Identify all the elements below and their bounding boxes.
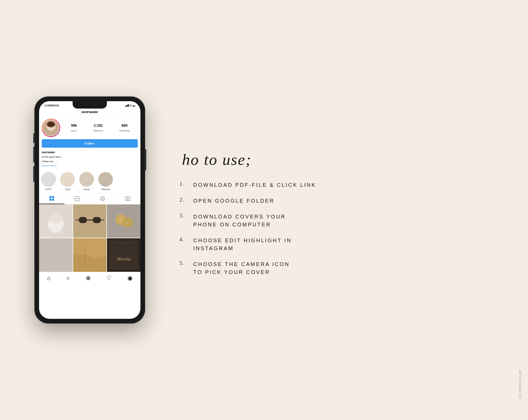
svg-rect-6 — [52, 199, 54, 201]
home-nav-icon[interactable]: ⌂ — [47, 275, 50, 282]
avatar-svg — [43, 120, 59, 136]
page-container: COMPANY ▾ ▬ username — [0, 0, 528, 420]
phone-notch — [73, 101, 107, 109]
reels-icon — [74, 196, 80, 201]
highlights-row: IGTV food travel lifestyle — [39, 170, 140, 193]
search-nav-icon[interactable]: ○ — [66, 275, 70, 282]
grid-cell-3[interactable] — [107, 204, 140, 238]
followers-count: 2.592 — [93, 123, 103, 128]
how-to-title-svg: ho to use; — [180, 144, 306, 173]
signal-bars — [125, 104, 129, 107]
svg-point-43 — [120, 248, 121, 249]
grid-cell-2[interactable] — [73, 204, 107, 238]
profile-avatar-wrap — [42, 119, 60, 137]
svg-text:Marsha: Marsha — [116, 257, 131, 262]
following-count: 809 — [119, 123, 130, 128]
highlight-travel[interactable]: travel — [79, 172, 95, 191]
svg-rect-17 — [93, 217, 101, 223]
ig-bottom-nav: ⌂ ○ ⊕ ♡ ◉ — [39, 272, 140, 286]
step-text-4: CHOOSE EDIT HIGHLIGHT ININSTAGRAM — [193, 236, 292, 252]
svg-rect-5 — [49, 199, 51, 201]
svg-rect-34 — [110, 241, 138, 269]
highlight-circle-travel — [79, 172, 94, 187]
tab-tagged[interactable] — [90, 193, 115, 204]
grid-visual-1 — [39, 204, 73, 238]
status-bar-right: ▾ ▬ — [125, 104, 135, 107]
step-text-2: OPEN GOOGLE FOLDER — [193, 197, 275, 205]
step-item-4: 4. CHOOSE EDIT HIGHLIGHT ININSTAGRAM — [180, 236, 507, 252]
grid-cell-4[interactable] — [39, 238, 73, 272]
marshall-svg: Marsha — [107, 238, 140, 272]
grid-cell-6[interactable]: Marsha — [107, 238, 140, 272]
bio-link[interactable]: rinad.com.ar/ — [42, 163, 138, 168]
grid-cell-1[interactable] — [39, 204, 73, 238]
instructions-section: ho to use; 1. DOWNLOAD PDF-FILE & CLICK … — [158, 144, 507, 276]
grid-visual-4 — [39, 238, 73, 272]
svg-rect-26 — [39, 238, 73, 272]
ig-profile-stats: 996 posts 2.592 followers 809 following — [39, 115, 140, 139]
svg-point-36 — [116, 243, 117, 244]
posts-count: 996 — [71, 123, 77, 128]
highlight-label-food: food — [65, 188, 70, 191]
profile-nav-icon[interactable]: ◉ — [128, 275, 133, 282]
stat-posts: 996 posts — [71, 123, 77, 133]
battery-icon: ▬ — [133, 104, 135, 107]
highlight-circle-igtv — [41, 172, 56, 187]
grid-visual-3 — [107, 204, 140, 238]
svg-point-40 — [133, 243, 134, 244]
svg-point-46 — [133, 248, 134, 249]
followers-label: followers — [93, 129, 103, 132]
highlight-lifestyle[interactable]: lifestyle — [98, 172, 114, 191]
highlight-igtv[interactable]: IGTV — [41, 172, 56, 191]
ig-header: username — [39, 108, 140, 115]
add-nav-icon[interactable]: ⊕ — [86, 275, 91, 282]
stat-following: 809 following — [119, 123, 130, 133]
svg-point-45 — [129, 248, 130, 249]
ig-username-header: username — [82, 110, 98, 114]
tab-reels[interactable] — [64, 193, 90, 204]
tab-profile[interactable] — [115, 193, 140, 204]
step-number-5: 5. — [180, 260, 189, 266]
svg-point-39 — [129, 243, 130, 244]
heart-nav-icon[interactable]: ♡ — [106, 275, 112, 282]
stat-followers: 2.592 followers — [93, 123, 103, 133]
step-item-3: 3. DOWNLOAD COVERS YOURPHONE ON COMPUTER — [180, 213, 507, 228]
profile-avatar — [43, 119, 59, 136]
grid-icon — [49, 196, 54, 201]
phone-button-volume-up — [33, 147, 34, 162]
highlight-food[interactable]: food — [60, 172, 76, 191]
svg-point-11 — [127, 197, 129, 199]
profile-bio: username ur bio goes here... d here too.… — [39, 150, 140, 170]
step-item-2: 2. OPEN GOOGLE FOLDER — [180, 197, 507, 205]
posts-label: posts — [71, 129, 77, 132]
svg-rect-3 — [49, 196, 51, 198]
wifi-icon: ▾ — [130, 104, 131, 107]
tagged-icon — [100, 196, 105, 201]
highlight-label-lifestyle: lifestyle — [101, 188, 110, 191]
highlight-circle-food — [60, 172, 75, 187]
coins-svg — [107, 204, 140, 238]
step-text-3: DOWNLOAD COVERS YOURPHONE ON COMPUTER — [193, 213, 286, 228]
svg-point-37 — [120, 243, 121, 244]
tab-grid[interactable] — [39, 193, 64, 204]
signal-bar-3 — [127, 105, 128, 107]
follow-button[interactable]: Follow — [42, 139, 138, 148]
svg-point-42 — [116, 248, 117, 249]
step-item-5: 5. CHOOSE THE CAMERA ICONTO PICK YOUR CO… — [180, 260, 507, 276]
svg-rect-16 — [79, 217, 87, 223]
photo-grid: Marsha — [39, 204, 140, 272]
signal-bar-4 — [128, 104, 129, 107]
bio-username: username — [42, 150, 138, 155]
grid-visual-6: Marsha — [107, 238, 140, 272]
step-number-4: 4. — [180, 236, 189, 242]
how-to-title-text: ho to use; — [182, 151, 252, 168]
signal-bar-1 — [125, 106, 126, 107]
svg-point-38 — [125, 243, 126, 244]
phone-screen: COMPANY ▾ ▬ username — [39, 101, 140, 319]
following-label: following — [119, 129, 130, 132]
grid-cell-5[interactable] — [73, 238, 107, 272]
step-text-5: CHOOSE THE CAMERA ICONTO PICK YOUR COVER — [193, 260, 290, 276]
highlight-label-igtv: IGTV — [45, 188, 52, 191]
svg-point-9 — [100, 197, 105, 201]
carrier-label: COMPANY — [44, 104, 59, 107]
